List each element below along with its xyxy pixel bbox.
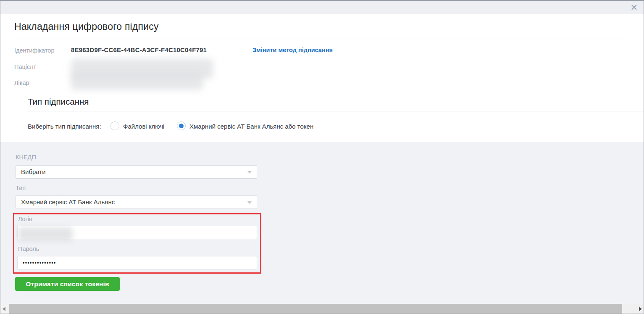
type-label: Тип	[16, 185, 26, 191]
signing-type-section-title: Тип підписання	[28, 97, 89, 107]
password-input[interactable]: ••••••••••••••	[17, 256, 257, 269]
title-divider	[14, 39, 630, 39]
knedp-label: КНЕДП	[16, 154, 36, 161]
arrow-right-icon	[639, 307, 642, 311]
identifier-value: 8E963D9F-CC6E-44BC-A3CF-F4C10C04F791	[71, 46, 207, 53]
radio-file-keys-label[interactable]: Файлові ключі	[123, 123, 164, 130]
digital-signature-modal: ✕ Накладання цифрового підпису Ідентифік…	[0, 0, 644, 314]
section-divider	[28, 111, 644, 111]
radio-file-keys[interactable]	[110, 121, 119, 130]
type-select-value: Хмарний сервіс АТ Банк Альянс	[21, 198, 115, 206]
radio-cloud-service-label[interactable]: Хмарний сервіс АТ Банк Альянс або токен	[189, 123, 313, 130]
page-title: Накладання цифрового підпису	[14, 21, 159, 32]
modal-titlebar	[0, 1, 644, 14]
password-label: Пароль	[18, 245, 39, 252]
scrollbar-thumb[interactable]	[9, 304, 622, 314]
radio-cloud-service[interactable]	[177, 121, 186, 130]
radio-dot-icon	[179, 124, 184, 128]
doctor-label: Лікар	[14, 79, 29, 86]
identifier-label: Ідентифікатор	[14, 47, 54, 54]
choose-signing-type-label: Виберіть тип підписання:	[28, 123, 101, 130]
knedp-select[interactable]: Вибрати	[16, 165, 257, 179]
horizontal-scrollbar[interactable]	[0, 304, 644, 314]
doctor-value-redacted	[71, 73, 203, 90]
arrow-left-icon	[3, 307, 5, 311]
close-icon[interactable]: ✕	[630, 3, 638, 13]
type-select[interactable]: Хмарний сервіс АТ Банк Альянс	[16, 195, 257, 209]
get-token-list-button[interactable]: Отримати список токенів	[15, 277, 120, 291]
login-label: Логін	[18, 216, 32, 222]
chevron-down-icon	[247, 171, 252, 174]
knedp-select-value: Вибрати	[21, 168, 46, 175]
change-signing-method-link[interactable]: Змінити метод підписання	[252, 47, 333, 53]
chevron-down-icon	[247, 201, 252, 204]
scroll-left-button[interactable]	[0, 304, 8, 314]
login-value-redacted	[18, 227, 73, 241]
scroll-right-button[interactable]	[636, 304, 644, 314]
patient-label: Пацієнт	[14, 63, 36, 70]
